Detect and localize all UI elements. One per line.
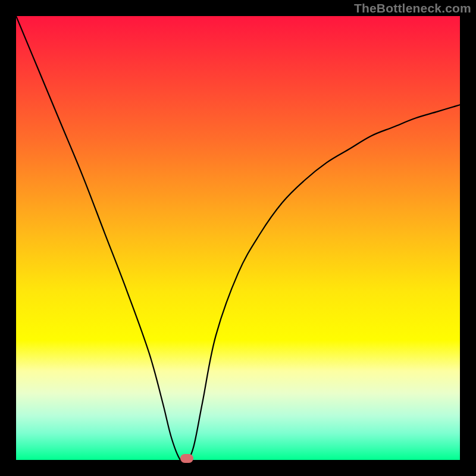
bottleneck-curve bbox=[16, 16, 460, 460]
plot-area bbox=[16, 16, 460, 460]
optimum-marker bbox=[180, 454, 193, 463]
watermark-text: TheBottleneck.com bbox=[354, 1, 471, 15]
chart-frame: TheBottleneck.com bbox=[0, 0, 476, 476]
